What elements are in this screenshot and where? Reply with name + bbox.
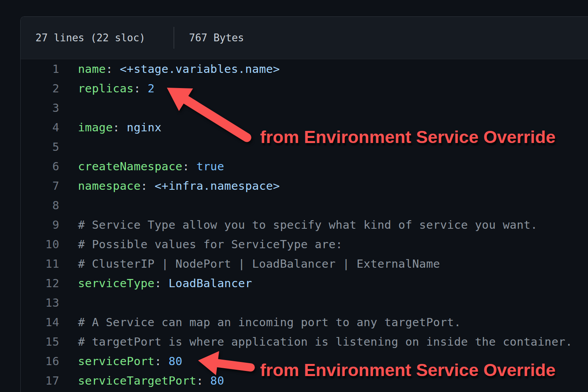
code-line: 14# A Service can map an incoming port t… — [21, 313, 588, 332]
line-content: replicas: 2 — [59, 82, 155, 95]
line-content: createNamespace: true — [59, 160, 224, 173]
token-str: LoadBalancer — [168, 277, 252, 290]
token-comment: # A Service can map an incoming port to … — [78, 316, 461, 329]
line-content: serviceType: LoadBalancer — [59, 277, 252, 290]
token-punc: : — [134, 82, 148, 95]
line-number[interactable]: 5 — [21, 140, 59, 154]
line-number[interactable]: 12 — [21, 277, 59, 290]
token-punc: : — [141, 179, 155, 192]
code-line: 11# ClusterIP | NodePort | LoadBalancer … — [21, 254, 588, 274]
code-line: 15# targetPort is where application is l… — [21, 332, 588, 351]
token-const: true — [197, 160, 224, 173]
token-key: namespace — [78, 179, 141, 192]
line-number[interactable]: 6 — [21, 160, 59, 173]
code-area: 1name: <+stage.variables.name>2replicas:… — [21, 59, 588, 390]
annotation-text-serviceport: from Environment Service Override — [260, 361, 556, 380]
token-punc: : — [197, 374, 211, 387]
header-divider — [174, 27, 174, 49]
token-punc: : — [154, 277, 168, 290]
line-number[interactable]: 15 — [21, 335, 59, 348]
code-line: 6createNamespace: true — [21, 157, 588, 176]
token-key: servicePort — [78, 355, 154, 368]
line-number[interactable]: 16 — [21, 355, 59, 368]
token-const: 2 — [148, 82, 155, 95]
line-number[interactable]: 11 — [21, 257, 59, 270]
line-number[interactable]: 4 — [21, 121, 59, 134]
line-content: # A Service can map an incoming port to … — [59, 316, 461, 329]
token-key: createNamespace — [78, 160, 182, 173]
file-size-info: 767 Bytes — [189, 32, 244, 44]
code-line: 1name: <+stage.variables.name> — [21, 59, 588, 79]
line-content: # Service Type allow you to specify what… — [59, 218, 538, 231]
line-content: # Possible values for ServiceType are: — [59, 238, 343, 251]
code-line: 13 — [21, 293, 588, 313]
line-content: name: <+stage.variables.name> — [59, 62, 280, 76]
line-number[interactable]: 14 — [21, 316, 59, 329]
line-content: servicePort: 80 — [59, 355, 182, 368]
file-header: 27 lines (22 sloc) 767 Bytes — [21, 17, 588, 59]
token-str: <+infra.namespace> — [154, 179, 280, 192]
annotation-text-replicas: from Environment Service Override — [260, 128, 556, 147]
token-key: serviceType — [78, 277, 154, 290]
github-file-view: 27 lines (22 sloc) 767 Bytes 1name: <+st… — [0, 0, 588, 392]
token-punc: : — [113, 121, 127, 134]
line-number[interactable]: 17 — [21, 374, 59, 387]
token-comment: # Possible values for ServiceType are: — [78, 238, 343, 251]
token-comment: # targetPort is where application is lis… — [78, 335, 572, 348]
token-const: 80 — [168, 355, 182, 368]
code-line: 3 — [21, 98, 588, 118]
line-number[interactable]: 7 — [21, 179, 59, 192]
line-number[interactable]: 3 — [21, 101, 59, 115]
line-content: # ClusterIP | NodePort | LoadBalancer | … — [59, 257, 440, 270]
code-line: 9# Service Type allow you to specify wha… — [21, 215, 588, 235]
code-line: 7namespace: <+infra.namespace> — [21, 176, 588, 196]
file-box: 27 lines (22 sloc) 767 Bytes 1name: <+st… — [20, 16, 588, 392]
code-line: 8 — [21, 196, 588, 215]
line-number[interactable]: 10 — [21, 238, 59, 251]
line-number[interactable]: 8 — [21, 199, 59, 212]
code-line: 2replicas: 2 — [21, 79, 588, 98]
file-lines-info: 27 lines (22 sloc) — [35, 32, 145, 44]
token-punc: : — [182, 160, 197, 173]
line-content: image: nginx — [59, 121, 161, 134]
line-number[interactable]: 9 — [21, 218, 59, 231]
code-line: 10# Possible values for ServiceType are: — [21, 235, 588, 254]
token-str: <+stage.variables.name> — [120, 62, 280, 76]
line-number[interactable]: 1 — [21, 62, 59, 76]
code-line: 12serviceType: LoadBalancer — [21, 274, 588, 293]
token-punc: : — [106, 62, 120, 76]
token-comment: # ClusterIP | NodePort | LoadBalancer | … — [78, 257, 440, 270]
token-key: name — [78, 62, 106, 76]
token-key: serviceTargetPort — [78, 374, 197, 387]
line-content: namespace: <+infra.namespace> — [59, 179, 280, 192]
line-content: serviceTargetPort: 80 — [59, 374, 224, 387]
token-const: 80 — [210, 374, 224, 387]
token-key: replicas — [78, 82, 134, 95]
token-comment: # Service Type allow you to specify what… — [78, 218, 538, 231]
line-number[interactable]: 2 — [21, 82, 59, 95]
line-number[interactable]: 13 — [21, 296, 59, 309]
token-key: image — [78, 121, 113, 134]
line-content: # targetPort is where application is lis… — [59, 335, 572, 348]
token-str: nginx — [127, 121, 161, 134]
token-punc: : — [154, 355, 168, 368]
